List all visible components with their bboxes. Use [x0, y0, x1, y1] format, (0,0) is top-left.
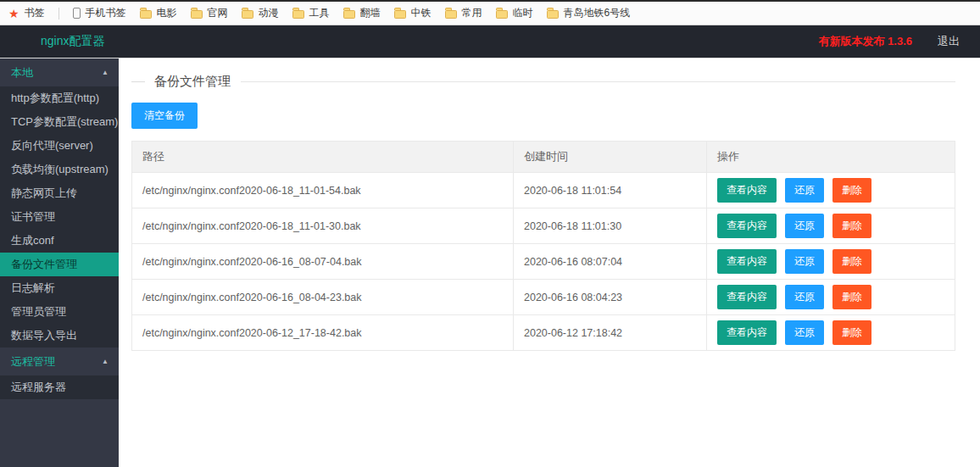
sidebar-item[interactable]: 远程服务器: [0, 375, 119, 399]
clear-backup-button[interactable]: 清空备份: [131, 103, 198, 129]
view-content-button[interactable]: 查看内容: [717, 214, 777, 238]
version-notice-link[interactable]: 有新版本发布 1.3.6: [818, 34, 912, 49]
cell-actions: 查看内容还原删除: [707, 244, 955, 280]
folder-icon: [445, 10, 457, 19]
cell-created: 2020-06-18 11:01:54: [514, 173, 707, 208]
sidebar-item[interactable]: 日志解析: [0, 276, 119, 300]
folder-icon: [394, 10, 406, 19]
restore-button[interactable]: 还原: [785, 178, 824, 203]
folder-icon: [547, 10, 559, 19]
table-row: /etc/nginx/nginx.conf2020-06-12_17-18-42…: [132, 315, 955, 351]
sidebar-group-label: 远程管理: [11, 354, 55, 370]
title-dash: [131, 81, 145, 82]
bookmarks-divider: [58, 8, 59, 19]
sidebar-item-active[interactable]: 备份文件管理: [0, 253, 119, 276]
folder-icon: [343, 10, 355, 19]
restore-button[interactable]: 还原: [785, 214, 824, 238]
table-row: /etc/nginx/nginx.conf2020-06-18_11-01-30…: [132, 208, 955, 244]
sidebar-item[interactable]: TCP参数配置(stream): [0, 110, 119, 134]
phone-icon: [73, 8, 81, 19]
view-content-button[interactable]: 查看内容: [717, 249, 777, 274]
column-header-actions: 操作: [707, 142, 955, 173]
bookmark-folder-label: 临时: [513, 6, 533, 20]
cell-path: /etc/nginx/nginx.conf2020-06-18_11-01-54…: [132, 173, 514, 208]
cell-path: /etc/nginx/nginx.conf2020-06-12_17-18-42…: [132, 315, 514, 351]
delete-button[interactable]: 删除: [832, 249, 871, 274]
restore-button[interactable]: 还原: [785, 249, 824, 274]
bookmark-folder[interactable]: 动漫: [242, 6, 279, 20]
cell-path: /etc/nginx/nginx.conf2020-06-16_08-07-04…: [132, 244, 514, 280]
cell-created: 2020-06-16 08:04:23: [514, 280, 707, 315]
folder-icon: [191, 10, 203, 19]
bookmark-star-label: 书签: [25, 6, 45, 20]
table-head: 路径 创建时间 操作: [132, 142, 955, 173]
view-content-button[interactable]: 查看内容: [717, 178, 777, 203]
folder-icon: [242, 10, 253, 19]
bookmark-folder[interactable]: 中铁: [394, 6, 432, 20]
bookmarks-bar: ★ 书签 手机书签 电影官网动漫工具翻墙中铁常用临时青岛地铁6号线: [0, 2, 980, 25]
restore-button[interactable]: 还原: [785, 285, 824, 309]
logout-button[interactable]: 退出: [938, 34, 960, 49]
bookmark-folder[interactable]: 工具: [292, 6, 330, 20]
star-icon: ★: [8, 8, 19, 19]
view-content-button[interactable]: 查看内容: [717, 285, 777, 309]
table-header-row: 路径 创建时间 操作: [132, 142, 955, 173]
sidebar-item[interactable]: http参数配置(http): [0, 86, 119, 110]
cell-actions: 查看内容还原删除: [707, 315, 955, 351]
bookmark-folder[interactable]: 官网: [191, 6, 228, 20]
main-content: 备份文件管理 清空备份 路径 创建时间 操作 /etc/nginx/nginx.…: [119, 58, 980, 467]
bookmark-folder-label: 官网: [208, 6, 228, 20]
cell-created: 2020-06-16 08:07:04: [514, 244, 707, 280]
bookmark-folder[interactable]: 电影: [140, 6, 177, 20]
delete-button[interactable]: 删除: [832, 214, 871, 238]
column-header-path: 路径: [132, 142, 514, 173]
sidebar-item[interactable]: 生成conf: [0, 229, 119, 253]
bookmark-folder-label: 常用: [462, 6, 482, 20]
section-title-row: 备份文件管理: [131, 74, 955, 90]
sidebar-item[interactable]: 静态网页上传: [0, 181, 119, 205]
bookmark-folder[interactable]: 翻墙: [343, 6, 381, 20]
bookmark-folder[interactable]: 常用: [445, 6, 482, 20]
bookmark-folder-label: 青岛地铁6号线: [564, 6, 631, 20]
sidebar-item[interactable]: 管理员管理: [0, 300, 119, 324]
cell-actions: 查看内容还原删除: [707, 208, 955, 244]
app-title: nginx配置器: [41, 34, 104, 49]
delete-button[interactable]: 删除: [832, 178, 871, 203]
sidebar-item[interactable]: 数据导入导出: [0, 324, 119, 347]
table-row: /etc/nginx/nginx.conf2020-06-18_11-01-54…: [132, 173, 955, 208]
view-content-button[interactable]: 查看内容: [717, 320, 777, 345]
page-layout: 本地▲http参数配置(http)TCP参数配置(stream)反向代理(ser…: [0, 58, 980, 467]
sidebar-group-title[interactable]: 本地▲: [0, 58, 119, 86]
folder-icon: [292, 10, 304, 19]
bookmark-mobile-item[interactable]: 手机书签: [73, 6, 126, 20]
bookmark-mobile-label: 手机书签: [86, 6, 126, 20]
sidebar-group-title[interactable]: 远程管理▲: [0, 347, 119, 375]
column-header-created: 创建时间: [514, 142, 707, 173]
sidebar-item[interactable]: 证书管理: [0, 205, 119, 229]
bookmark-folder-label: 动漫: [259, 6, 279, 20]
chevron-up-icon: ▲: [102, 359, 109, 365]
sidebar-item[interactable]: 负载均衡(upstream): [0, 158, 119, 181]
bookmark-folder-label: 翻墙: [360, 6, 381, 20]
table-row: /etc/nginx/nginx.conf2020-06-16_08-07-04…: [132, 244, 955, 280]
page-title: 备份文件管理: [154, 74, 231, 90]
cell-created: 2020-06-18 11:01:30: [514, 208, 707, 244]
table-row: /etc/nginx/nginx.conf2020-06-16_08-04-23…: [132, 280, 955, 315]
table-body: /etc/nginx/nginx.conf2020-06-18_11-01-54…: [132, 173, 955, 351]
bookmark-star-item[interactable]: ★ 书签: [8, 6, 45, 20]
bookmark-folder[interactable]: 青岛地铁6号线: [547, 6, 631, 20]
bookmark-folder-label: 中铁: [411, 6, 432, 20]
cell-actions: 查看内容还原删除: [707, 280, 955, 315]
cell-path: /etc/nginx/nginx.conf2020-06-16_08-04-23…: [132, 280, 514, 315]
sidebar-item[interactable]: 反向代理(server): [0, 134, 119, 158]
cell-path: /etc/nginx/nginx.conf2020-06-18_11-01-30…: [132, 208, 514, 244]
restore-button[interactable]: 还原: [785, 320, 824, 345]
sidebar: 本地▲http参数配置(http)TCP参数配置(stream)反向代理(ser…: [0, 58, 119, 467]
title-line: [241, 81, 955, 82]
delete-button[interactable]: 删除: [832, 320, 871, 345]
app-header: nginx配置器 有新版本发布 1.3.6 退出: [0, 25, 980, 58]
bookmark-folder[interactable]: 临时: [496, 6, 533, 20]
delete-button[interactable]: 删除: [832, 285, 871, 309]
cell-created: 2020-06-12 17:18:42: [514, 315, 707, 351]
bookmark-folder-label: 工具: [309, 6, 330, 20]
